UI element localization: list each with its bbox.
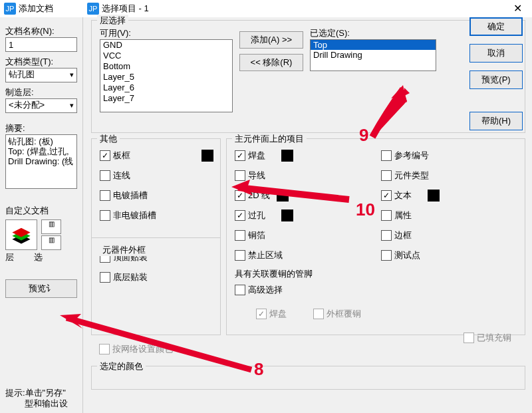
doc-type-combo[interactable]: 钻孔图 — [5, 68, 77, 82]
mfg-layer-combo[interactable]: <未分配> — [5, 98, 77, 113]
color-swatch[interactable] — [281, 209, 293, 221]
app-icon: JP — [87, 3, 99, 15]
summary-box: 钻孔图: (板) Top: (焊盘,过孔, Drill Drawing: (线 — [5, 134, 77, 189]
checkbox-pad[interactable] — [235, 150, 245, 161]
list-item[interactable]: VCC — [100, 51, 232, 61]
checkbox-net-color — [99, 344, 110, 354]
close-icon[interactable]: ✕ — [503, 0, 532, 17]
remove-button[interactable]: << 移除(R) — [239, 54, 303, 71]
color-swatch[interactable] — [428, 190, 440, 202]
checkbox-assoc-pad — [256, 309, 267, 319]
checkbox-2dline[interactable] — [235, 190, 245, 201]
checkbox-connection[interactable] — [100, 170, 110, 181]
checkbox-outline-copper — [313, 309, 324, 319]
layers-icon-button[interactable] — [5, 219, 37, 250]
add-document-dialog: 文档名称(N): 文档类型(T): 钻孔图 制造层: <未分配> 摘要: 钻孔图… — [0, 17, 83, 413]
checkbox-refdes[interactable] — [381, 150, 392, 161]
checkbox-via[interactable] — [235, 210, 245, 221]
color-swatch[interactable] — [277, 190, 289, 202]
help-button[interactable]: 帮助(H) — [469, 112, 523, 130]
selected-color-title: 选定的颜色 — [97, 360, 146, 372]
checkbox-board-outline[interactable] — [100, 150, 110, 161]
layer-group-title: 层选择 — [97, 15, 128, 27]
checkbox-advanced[interactable] — [235, 285, 245, 295]
selected-listbox[interactable]: Top Drill Drawing — [310, 39, 436, 71]
available-label: 可用(V): — [100, 27, 233, 39]
main-dialog-title: 选择项目 - 1 — [102, 3, 149, 15]
comp-group-title: 主元件面上的项目 — [232, 133, 307, 145]
list-item[interactable]: Bottom — [100, 61, 232, 72]
cancel-button[interactable]: 取消 — [469, 44, 523, 63]
list-item[interactable]: Layer_5 — [100, 72, 232, 82]
checkbox-attr[interactable] — [381, 210, 392, 221]
checkbox-keepout[interactable] — [235, 250, 245, 261]
checkbox-trace[interactable] — [235, 170, 245, 181]
ok-button[interactable]: 确定 — [469, 17, 523, 36]
other-group-title: 其他 — [97, 133, 120, 145]
checkbox-plated-slot[interactable] — [100, 190, 110, 201]
app-icon: JP — [4, 3, 16, 15]
checkbox-bottom-mount[interactable] — [100, 272, 110, 283]
list-item[interactable]: Top — [311, 40, 436, 50]
list-item[interactable]: Layer_6 — [100, 82, 232, 93]
preview-button[interactable]: 预览(P) — [469, 70, 523, 89]
sub-label-sel: 选 — [34, 251, 43, 263]
doc-name-label: 文档名称(N): — [5, 25, 77, 37]
add-button[interactable]: 添加(A) >> — [239, 31, 303, 49]
mfg-layer-label: 制造层: — [5, 86, 77, 98]
assoc-copper-title: 具有关联覆铜的管脚 — [235, 268, 518, 280]
list-item[interactable]: Drill Drawing — [311, 50, 436, 60]
custom-doc-label: 自定义文档 — [5, 205, 77, 217]
checkbox-copper[interactable] — [235, 230, 245, 241]
checkbox-text[interactable] — [381, 190, 392, 201]
doc-name-input[interactable] — [5, 37, 77, 52]
available-listbox[interactable]: GND VCC Bottom Layer_5 Layer_6 Layer_7 — [100, 39, 233, 112]
list-item[interactable]: GND — [100, 40, 232, 51]
color-swatch[interactable] — [281, 150, 293, 162]
checkbox-filled-copper — [464, 333, 474, 343]
net-color-label: 按网络设置颜色 — [112, 343, 173, 355]
sub-label-layer: 层 — [5, 251, 14, 263]
checkbox-comptype[interactable] — [381, 170, 392, 181]
list-item[interactable]: Layer_7 — [100, 93, 232, 104]
small-icon-2[interactable]: ▥ — [41, 235, 61, 250]
summary-label: 摘要: — [5, 122, 77, 134]
doc-type-label: 文档类型(T): — [5, 56, 77, 68]
checkbox-nonplated-slot[interactable] — [100, 210, 110, 221]
selected-label: 已选定(S): — [310, 27, 436, 39]
hint-text: 提示:单击"另存" 型和输出设 — [5, 388, 68, 409]
select-items-dialog: 层选择 可用(V): GND VCC Bottom Layer_5 Layer_… — [83, 17, 532, 413]
preview-settings-button[interactable]: 预览讠 — [5, 279, 77, 298]
small-icon-1[interactable]: ▥ — [41, 219, 61, 234]
checkbox-border[interactable] — [381, 230, 392, 241]
color-swatch[interactable] — [201, 150, 213, 162]
left-dialog-title: 添加文档 — [19, 3, 53, 15]
outline-subgroup-title: 元器件外框 — [100, 244, 148, 256]
checkbox-testpoint[interactable] — [381, 250, 392, 261]
